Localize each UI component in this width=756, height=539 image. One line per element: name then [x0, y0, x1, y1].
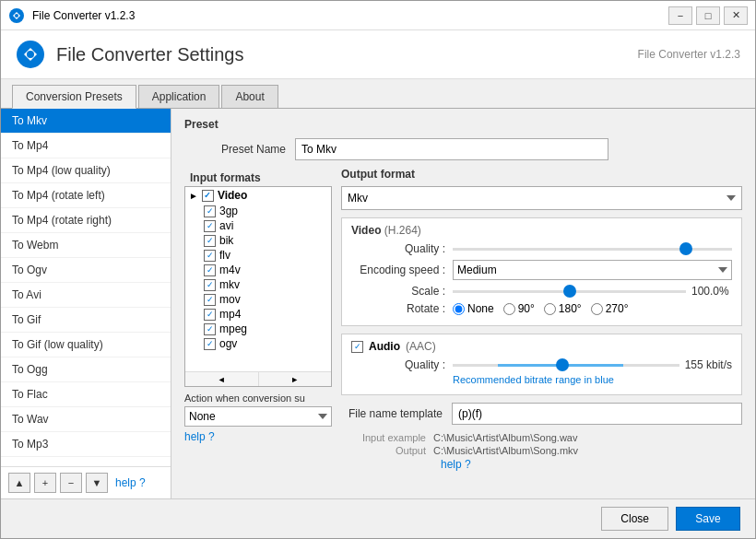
rotate-180-radio[interactable] — [544, 303, 556, 315]
scroll-left-button[interactable]: ◄ — [185, 372, 259, 386]
audio-quality-slider[interactable] — [453, 364, 679, 367]
label-mpeg: mpeg — [219, 322, 247, 335]
action-dropdown[interactable]: None — [184, 406, 332, 427]
action-section: Action when conversion su None help ? — [184, 393, 332, 443]
file-template-section: File name template Input example C:\Musi… — [341, 403, 742, 471]
checkbox-mp4[interactable] — [204, 309, 216, 321]
close-button[interactable]: Close — [601, 507, 668, 531]
remove-button[interactable]: − — [60, 473, 82, 493]
save-button[interactable]: Save — [676, 507, 740, 531]
scroll-right-button[interactable]: ► — [259, 372, 332, 386]
title-bar-left: File Converter v1.2.3 — [8, 7, 135, 24]
video-quality-label: Quality : — [351, 242, 453, 255]
svg-point-3 — [27, 51, 34, 58]
output-format-dropdown[interactable]: Mkv — [341, 186, 742, 210]
preset-item-to-webm[interactable]: To Webm — [1, 233, 171, 258]
tree-child-bik: bik — [185, 233, 331, 248]
move-up-button[interactable]: ▲ — [8, 473, 30, 493]
preset-item-to-mkv[interactable]: To Mkv — [1, 109, 171, 134]
rotate-270-radio[interactable] — [591, 303, 603, 315]
rotate-180-label: 180° — [559, 302, 582, 315]
scale-slider[interactable] — [453, 290, 686, 293]
scale-row: Scale : 100.0% — [351, 285, 732, 298]
rotate-270[interactable]: 270° — [591, 302, 629, 315]
right-panel: Preset Preset Name Input formats ► — [171, 109, 755, 498]
preset-item-to-ogg[interactable]: To Ogg — [1, 357, 171, 382]
tree-parent-label: Video — [218, 189, 247, 202]
preset-item-to-gif-low[interactable]: To Gif (low quality) — [1, 333, 171, 357]
checkbox-m4v[interactable] — [204, 264, 216, 276]
file-template-input[interactable] — [452, 403, 742, 425]
audio-checkbox[interactable] — [351, 341, 363, 353]
rotate-none[interactable]: None — [453, 302, 494, 315]
header-icon — [16, 40, 45, 69]
label-ogv: ogv — [219, 337, 237, 350]
expand-icon[interactable]: ► — [189, 191, 198, 201]
checkbox-bik[interactable] — [204, 235, 216, 247]
tab-application[interactable]: Application — [138, 85, 220, 108]
checkbox-mkv[interactable] — [204, 279, 216, 291]
right-settings-column: Output format Mkv Video (H.264) — [341, 168, 742, 476]
presets-help-link[interactable]: help ? — [115, 476, 146, 489]
left-panel: To Mkv To Mp4 To Mp4 (low quality) To Mp… — [1, 109, 171, 498]
main-content: To Mkv To Mp4 To Mp4 (low quality) To Mp… — [1, 109, 755, 498]
file-template-label: File name template — [341, 407, 452, 420]
output-format-section: Output format Mkv — [341, 168, 742, 210]
main-window: File Converter v1.2.3 − □ ✕ File Convert… — [0, 0, 756, 539]
output-example-label: Output — [341, 445, 433, 456]
checkbox-mov[interactable] — [204, 294, 216, 306]
output-example-value: C:\Music\Artist\Album\Song.mkv — [433, 445, 578, 456]
rotate-180[interactable]: 180° — [544, 302, 582, 315]
tabs-bar: Conversion Presets Application About — [1, 79, 755, 109]
tree-child-mp4: mp4 — [185, 307, 331, 322]
audio-quality-value: 155 kbit/s — [679, 358, 732, 371]
preset-item-to-mp4-rotate-right[interactable]: To Mp4 (rotate right) — [1, 208, 171, 233]
preset-item-to-avi[interactable]: To Avi — [1, 283, 171, 308]
rotate-none-radio[interactable] — [453, 303, 465, 315]
preset-item-to-ogv[interactable]: To Ogv — [1, 258, 171, 283]
checkbox-flv[interactable] — [204, 250, 216, 262]
preset-item-to-mp3[interactable]: To Mp3 — [1, 432, 171, 457]
tree-child-flv: flv — [185, 248, 331, 263]
checkbox-video[interactable] — [202, 190, 214, 202]
header-area: File Converter Settings File Converter v… — [1, 30, 755, 79]
encoding-speed-row: Encoding speed : Medium Fast Slow — [351, 260, 732, 280]
formats-panel: ► Video 3gp avi — [184, 186, 332, 387]
video-quality-slider[interactable] — [453, 248, 732, 251]
template-help-link[interactable]: help ? — [441, 458, 471, 471]
add-button[interactable]: + — [34, 473, 56, 493]
output-format-label: Output format — [341, 168, 742, 181]
minimize-button[interactable]: − — [668, 6, 692, 25]
window-close-button[interactable]: ✕ — [724, 6, 748, 25]
preset-item-to-wav[interactable]: To Wav — [1, 407, 171, 432]
checkbox-ogv[interactable] — [204, 338, 216, 350]
preset-section-label: Preset — [184, 118, 742, 131]
input-example-label: Input example — [341, 432, 433, 443]
checkbox-avi[interactable] — [204, 220, 216, 232]
preset-item-to-mp4[interactable]: To Mp4 — [1, 134, 171, 158]
rotate-90-radio[interactable] — [503, 303, 515, 315]
video-title: Video (H.264) — [351, 224, 732, 237]
checkbox-mpeg[interactable] — [204, 323, 216, 335]
preset-item-to-flac[interactable]: To Flac — [1, 382, 171, 407]
rotate-90[interactable]: 90° — [503, 302, 535, 315]
encoding-speed-dropdown[interactable]: Medium Fast Slow — [453, 260, 732, 280]
preset-list: To Mkv To Mp4 To Mp4 (low quality) To Mp… — [1, 109, 171, 466]
checkbox-3gp[interactable] — [204, 205, 216, 217]
maximize-button[interactable]: □ — [696, 6, 720, 25]
preset-item-to-mp4-rotate-left[interactable]: To Mp4 (rotate left) — [1, 183, 171, 208]
tree-child-mpeg: mpeg — [185, 322, 331, 336]
bottom-bar: Close Save — [1, 498, 755, 538]
preset-item-to-gif[interactable]: To Gif — [1, 308, 171, 333]
preset-name-input[interactable] — [295, 138, 608, 160]
header-title-area: File Converter Settings — [16, 40, 243, 69]
audio-section: Audio (AAC) Quality : 155 kbit/s Recomme… — [341, 334, 742, 395]
tab-about[interactable]: About — [221, 85, 278, 108]
preset-item-to-mp4-low[interactable]: To Mp4 (low quality) — [1, 158, 171, 183]
header-title: File Converter Settings — [56, 44, 243, 65]
tab-conversion-presets[interactable]: Conversion Presets — [12, 85, 136, 109]
label-mp4: mp4 — [219, 308, 241, 321]
move-down-button[interactable]: ▼ — [86, 473, 108, 493]
audio-title: Audio (AAC) — [351, 340, 732, 353]
formats-help-link[interactable]: help ? — [184, 430, 215, 443]
